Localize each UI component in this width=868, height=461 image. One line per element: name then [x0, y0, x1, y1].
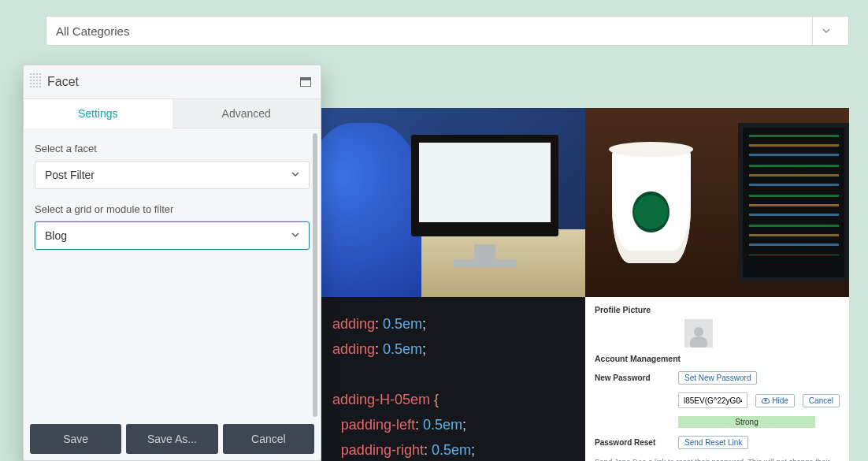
select-facet-label: Select a facet — [35, 143, 310, 154]
hide-button[interactable]: Hide — [755, 394, 795, 407]
grid-image[interactable] — [321, 108, 585, 297]
chevron-down-icon — [812, 17, 839, 45]
grid-image[interactable]: adding: 0.5em; adding: 0.5em; adding-H-0… — [321, 297, 585, 461]
set-new-password-button[interactable]: Set New Password — [678, 371, 757, 385]
save-as-button[interactable]: Save As... — [126, 424, 217, 454]
scrollbar-thumb[interactable] — [313, 133, 317, 417]
new-password-label: New Password — [595, 374, 670, 382]
panel-header[interactable]: Facet — [24, 65, 321, 99]
cancel-password-button[interactable]: Cancel — [803, 394, 840, 407]
image-grid: adding: 0.5em; adding: 0.5em; adding-H-0… — [321, 108, 849, 461]
facet-select-value: Post Filter — [45, 169, 95, 181]
save-button[interactable]: Save — [30, 424, 121, 454]
account-management-heading: Account Management — [595, 354, 840, 363]
password-reset-label: Password Reset — [595, 438, 670, 447]
facet-select[interactable]: Post Filter — [35, 161, 310, 189]
tab-advanced[interactable]: Advanced — [172, 99, 321, 128]
category-select-value: All Categories — [56, 24, 129, 38]
cancel-button[interactable]: Cancel — [223, 424, 314, 454]
password-strength: Strong — [678, 416, 815, 428]
maximize-icon[interactable] — [300, 77, 311, 87]
facet-panel: Facet Settings Advanced Select a facet P… — [23, 65, 321, 461]
chevron-down-icon — [291, 230, 299, 241]
eye-icon — [762, 398, 770, 403]
panel-body: Select a facet Post Filter Select a grid… — [24, 128, 321, 418]
panel-footer: Save Save As... Cancel — [24, 418, 321, 460]
password-input[interactable] — [678, 392, 747, 408]
grid-image[interactable]: Profile Picture Account Management New P… — [585, 297, 849, 461]
panel-tabs: Settings Advanced — [24, 99, 321, 128]
send-reset-link-button[interactable]: Send Reset Link — [678, 436, 748, 449]
avatar — [684, 319, 713, 348]
tab-settings[interactable]: Settings — [24, 99, 172, 128]
reset-description: Send Jane Doe a link to reset their pass… — [595, 457, 840, 461]
grid-image[interactable] — [585, 108, 849, 297]
target-select[interactable]: Blog — [35, 221, 310, 250]
panel-title: Facet — [47, 75, 79, 89]
chevron-down-icon — [291, 169, 299, 180]
drag-handle-icon[interactable] — [30, 73, 41, 91]
profile-picture-heading: Profile Picture — [595, 305, 840, 314]
select-target-label: Select a grid or module to filter — [35, 203, 310, 215]
target-select-value: Blog — [45, 229, 67, 242]
category-select[interactable]: All Categories — [46, 16, 849, 46]
